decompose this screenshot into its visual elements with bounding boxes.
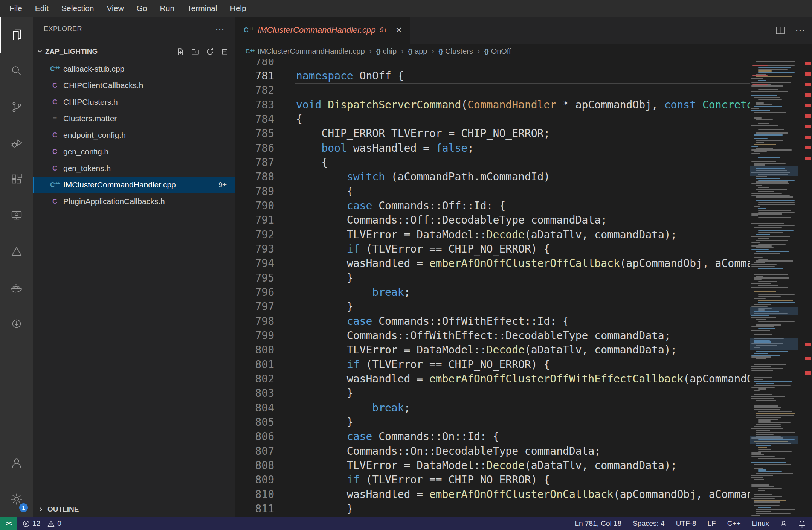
- minimap-line: [754, 163, 786, 164]
- activity-run-and-debug[interactable]: [0, 125, 33, 161]
- code-line-786[interactable]: bool wasHandled = false;: [296, 141, 750, 155]
- explorer-file[interactable]: Cgen_config.h: [33, 143, 235, 160]
- tab-imclustercommandhandler[interactable]: C++ IMClusterCommandHandler.cpp 9+ ×: [235, 17, 410, 44]
- close-icon[interactable]: ×: [396, 25, 402, 35]
- menu-go[interactable]: Go: [130, 0, 154, 17]
- activity-source-control[interactable]: [0, 89, 33, 125]
- code-line-783[interactable]: void DispatchServerCommand(CommandHandle…: [296, 98, 750, 112]
- minimap-line: [758, 420, 771, 422]
- code-line-785[interactable]: CHIP_ERROR TLVError = CHIP_NO_ERROR;: [296, 126, 750, 141]
- minimap-line: [756, 358, 766, 359]
- breadcrumb-label: app: [415, 47, 427, 56]
- code-line-780[interactable]: [296, 59, 750, 69]
- activity-docker[interactable]: [0, 270, 33, 306]
- more-actions-icon[interactable]: ⋯: [795, 25, 805, 35]
- code-line-803[interactable]: }: [296, 386, 750, 401]
- activity-explorer[interactable]: [0, 17, 33, 53]
- remote-indicator[interactable]: ><: [0, 517, 17, 530]
- code-line-790[interactable]: case Commands::Off::Id: {: [296, 199, 750, 213]
- breadcrumb-item[interactable]: {}Clusters: [438, 47, 473, 56]
- status-item[interactable]: Linux: [752, 519, 769, 528]
- explorer-section-header[interactable]: ZAP_LIGHTING: [33, 43, 235, 60]
- explorer-file[interactable]: C++IMClusterCommandHandler.cpp9+: [33, 177, 235, 193]
- minimap-line: [751, 193, 782, 194]
- code-line-791[interactable]: Commands::Off::DecodableType commandData…: [296, 213, 750, 227]
- breadcrumb-item[interactable]: {}OnOff: [484, 47, 511, 56]
- new-file-icon[interactable]: [176, 47, 185, 56]
- problems-status[interactable]: 12 0: [23, 519, 61, 528]
- code-line-808[interactable]: TLVError = DataModel::Decode(aDataTlv, c…: [296, 458, 750, 473]
- collapse-all-icon[interactable]: [220, 47, 229, 56]
- code-editor[interactable]: 7807817827837847857867877887897907917927…: [235, 59, 812, 517]
- minimap-line: [758, 458, 785, 459]
- code-line-789[interactable]: {: [296, 184, 750, 199]
- code-line-807[interactable]: Commands::On::DecodableType commandData;: [296, 444, 750, 458]
- new-folder-icon[interactable]: [191, 47, 200, 56]
- code-line-800[interactable]: TLVError = DataModel::Decode(aDataTlv, c…: [296, 343, 750, 357]
- minimap-line: [751, 153, 760, 154]
- explorer-file[interactable]: Cgen_tokens.h: [33, 160, 235, 177]
- status-item[interactable]: Ln 781, Col 18: [575, 519, 622, 528]
- code-line-792[interactable]: TLVError = DataModel::Decode(aDataTlv, c…: [296, 228, 750, 242]
- code-line-805[interactable]: }: [296, 415, 750, 429]
- activity-ports[interactable]: [0, 306, 33, 342]
- code-line-796[interactable]: break;: [296, 285, 750, 300]
- menu-view[interactable]: View: [100, 0, 130, 17]
- code-line-797[interactable]: }: [296, 300, 750, 314]
- code-line-784[interactable]: {: [296, 112, 750, 126]
- status-item[interactable]: LF: [707, 519, 716, 528]
- explorer-more-actions-icon[interactable]: ⋯: [215, 24, 225, 34]
- code-line-799[interactable]: Commands::OffWithEffect::DecodableType c…: [296, 329, 750, 343]
- activity-extensions[interactable]: [0, 161, 33, 197]
- activity-testing[interactable]: [0, 233, 33, 270]
- menu-help[interactable]: Help: [223, 0, 252, 17]
- menu-file[interactable]: File: [3, 0, 29, 17]
- status-item[interactable]: UTF-8: [676, 519, 696, 528]
- explorer-file[interactable]: ≡Clusters.matter: [33, 110, 235, 127]
- minimap-line: [751, 85, 783, 87]
- minimap[interactable]: [750, 59, 798, 517]
- explorer-file[interactable]: CPluginApplicationCallbacks.h: [33, 193, 235, 210]
- explorer-file[interactable]: C++callback-stub.cpp: [33, 61, 235, 77]
- split-editor-icon[interactable]: [775, 25, 785, 35]
- code-line-798[interactable]: case Commands::OffWithEffect::Id: {: [296, 314, 750, 329]
- activity-settings[interactable]: 1: [0, 481, 33, 517]
- status-item[interactable]: Spaces: 4: [633, 519, 665, 528]
- explorer-file[interactable]: CCHIPClientCallbacks.h: [33, 77, 235, 94]
- minimap-line: [758, 328, 775, 329]
- activity-accounts[interactable]: [0, 445, 33, 481]
- minimap-line: [751, 475, 773, 476]
- status-item[interactable]: C++: [727, 519, 741, 528]
- code-line-806[interactable]: case Commands::On::Id: {: [296, 429, 750, 444]
- code-line-802[interactable]: wasHandled = emberAfOnOffClusterOffWithE…: [296, 372, 750, 386]
- code-line-782[interactable]: [296, 83, 750, 97]
- menu-selection[interactable]: Selection: [55, 0, 100, 17]
- breadcrumb-item[interactable]: {}chip: [376, 47, 397, 56]
- menu-edit[interactable]: Edit: [29, 0, 55, 17]
- menu-terminal[interactable]: Terminal: [181, 0, 223, 17]
- code-line-787[interactable]: {: [296, 155, 750, 170]
- code-line-795[interactable]: }: [296, 271, 750, 285]
- explorer-file[interactable]: CCHIPClusters.h: [33, 94, 235, 110]
- line-number: 787: [235, 155, 274, 170]
- activity-remote-explorer[interactable]: [0, 197, 33, 233]
- refresh-icon[interactable]: [206, 47, 214, 56]
- code-line-788[interactable]: switch (aCommandPath.mCommandId): [296, 170, 750, 184]
- menu-run[interactable]: Run: [154, 0, 181, 17]
- feedback-person-icon[interactable]: [780, 520, 788, 528]
- code-line-809[interactable]: if (TLVError == CHIP_NO_ERROR) {: [296, 473, 750, 487]
- code-line-781[interactable]: namespace OnOff {: [296, 69, 750, 83]
- code-line-810[interactable]: wasHandled = emberAfOnOffClusterOnCallba…: [296, 487, 750, 502]
- breadcrumb-item[interactable]: {}app: [408, 47, 427, 56]
- bell-icon[interactable]: [798, 520, 806, 528]
- minimap-line: [756, 511, 771, 512]
- breadcrumb-item[interactable]: C++IMClusterCommandHandler.cpp: [245, 47, 365, 56]
- code-line-801[interactable]: if (TLVError == CHIP_NO_ERROR) {: [296, 358, 750, 372]
- code-line-811[interactable]: }: [296, 502, 750, 516]
- explorer-file[interactable]: Cendpoint_config.h: [33, 127, 235, 143]
- activity-search[interactable]: [0, 53, 33, 89]
- outline-section[interactable]: OUTLINE: [33, 501, 235, 517]
- code-line-804[interactable]: break;: [296, 401, 750, 415]
- code-line-794[interactable]: wasHandled = emberAfOnOffClusterOffCallb…: [296, 256, 750, 271]
- code-line-793[interactable]: if (TLVError == CHIP_NO_ERROR) {: [296, 242, 750, 256]
